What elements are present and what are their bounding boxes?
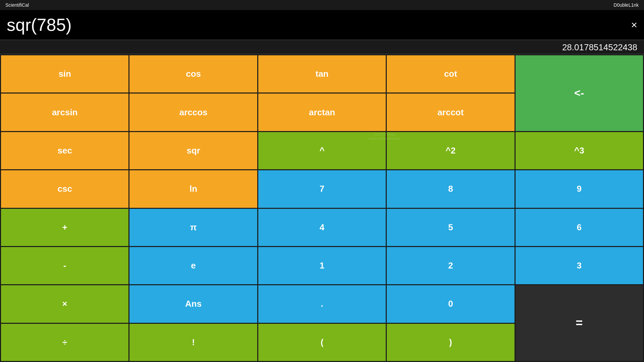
num9-button[interactable]: 9 [516,170,643,207]
cot-button[interactable]: cot [387,55,514,93]
tan-button[interactable]: tan [258,55,386,93]
num6-button[interactable]: 6 [516,209,643,246]
num2-button[interactable]: 2 [387,247,514,284]
num3-button[interactable]: 3 [516,247,643,284]
sin-button[interactable]: sin [1,55,128,93]
plus-button[interactable]: + [1,209,128,246]
sqr-button[interactable]: sqr [129,132,257,169]
num1-button[interactable]: 1 [258,247,386,284]
num5-button[interactable]: 5 [387,209,514,246]
app-title: ScientifiCal [5,2,29,8]
num8-button[interactable]: 8 [387,170,514,207]
arcsin-button[interactable]: arcsin [1,94,128,131]
arccot-button[interactable]: arccot [387,94,514,131]
sec-button[interactable]: sec [1,132,128,169]
backspace-button[interactable]: <- [516,55,643,131]
num4-button[interactable]: 4 [258,209,386,246]
open-paren-button[interactable]: ( [258,324,386,361]
result-value: 28.0178514522438 [562,42,637,52]
developer-label: D0ubleL1nk [613,2,639,8]
power-button[interactable]: ^ [258,132,386,169]
e-button[interactable]: e [129,247,257,284]
num7-button[interactable]: 7 [258,170,386,207]
close-paren-button[interactable]: ) [387,324,514,361]
factorial-button[interactable]: ! [129,324,257,361]
top-bar: ScientifiCal D0ubleL1nk [0,0,644,10]
csc-button[interactable]: csc [1,170,128,207]
clear-display-button[interactable]: × [631,19,637,31]
input-display: sqr(785) × [0,10,644,40]
num0-button[interactable]: 0 [387,285,514,322]
multiply-button[interactable]: × [1,285,128,322]
expression-display: sqr(785) [7,15,631,35]
arctan-button[interactable]: arctan [258,94,386,131]
minus-button[interactable]: - [1,247,128,284]
pi-button[interactable]: π [129,209,257,246]
divide-button[interactable]: ÷ [1,324,128,361]
arccos-button[interactable]: arccos [129,94,257,131]
button-grid: sin cos tan cot <- arcsin arccos arctan … [0,54,644,362]
result-display: 28.0178514522438 [0,40,644,54]
dot-button[interactable]: . [258,285,386,322]
power3-button[interactable]: ^3 [516,132,643,169]
ans-button[interactable]: Ans [129,285,257,322]
equals-button[interactable]: = [516,285,643,361]
ln-button[interactable]: ln [129,170,257,207]
cos-button[interactable]: cos [129,55,257,93]
power2-button[interactable]: ^2 [387,132,514,169]
